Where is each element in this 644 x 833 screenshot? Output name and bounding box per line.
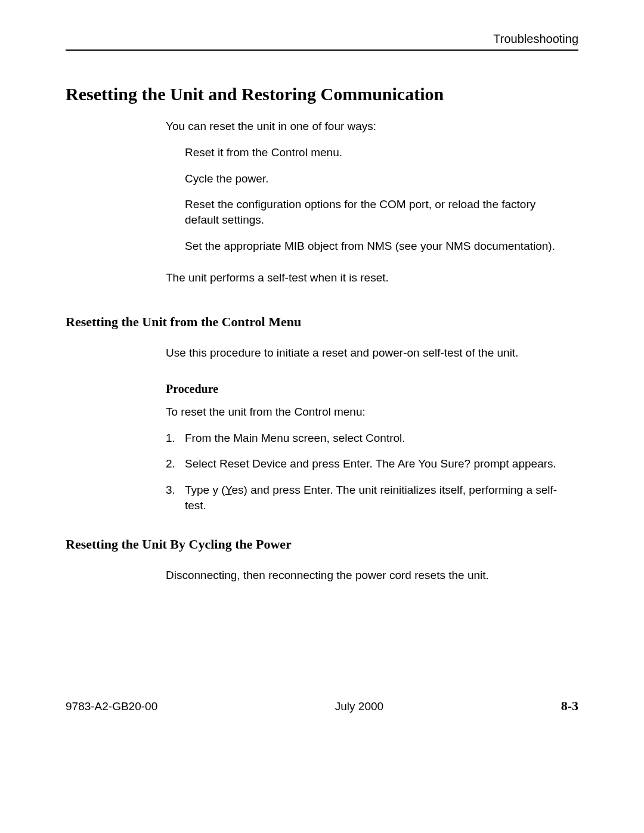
bullet-item: Reset it from the Control menu.: [185, 145, 572, 160]
step-item: 1. From the Main Menu screen, select Con…: [166, 431, 572, 446]
footer-page-number: 8-3: [561, 698, 578, 714]
procedure-heading: Procedure: [166, 382, 578, 396]
step-number: 2.: [166, 456, 185, 472]
step-item: 2. Select Reset Device and press Enter. …: [166, 456, 572, 472]
bullet-list: Reset it from the Control menu. Cycle th…: [185, 145, 572, 253]
section-text: Use this procedure to initiate a reset a…: [166, 345, 578, 361]
section-text: Disconnecting, then reconnecting the pow…: [166, 568, 578, 583]
section-heading: Resetting the Unit By Cycling the Power: [66, 537, 578, 552]
page-title: Resetting the Unit and Restoring Communi…: [66, 84, 578, 104]
header-rule: [66, 49, 578, 51]
step-text: Type y (Yes) and press Enter. The unit r…: [185, 482, 572, 513]
bullet-item: Reset the configuration options for the …: [185, 197, 572, 227]
procedure-intro: To reset the unit from the Control menu:: [166, 405, 578, 419]
intro-text: You can reset the unit in one of four wa…: [166, 120, 578, 133]
page-footer: 9783-A2-GB20-00 July 2000 8-3: [66, 698, 578, 714]
step-text: Select Reset Device and press Enter. The…: [185, 456, 572, 472]
step-number: 1.: [166, 431, 185, 446]
step-item: 3. Type y (Yes) and press Enter. The uni…: [166, 482, 572, 513]
page-content: Troubleshooting Resetting the Unit and R…: [0, 0, 644, 583]
running-header: Troubleshooting: [66, 32, 578, 46]
procedure-steps: 1. From the Main Menu screen, select Con…: [166, 431, 572, 513]
footer-doc-number: 9783-A2-GB20-00: [66, 700, 157, 713]
bullet-item: Set the appropriate MIB object from NMS …: [185, 239, 572, 254]
footer-date: July 2000: [335, 700, 383, 713]
section-heading: Resetting the Unit from the Control Menu: [66, 314, 578, 330]
bullet-item: Cycle the power.: [185, 171, 572, 187]
step-number: 3.: [166, 482, 185, 513]
after-bullets-text: The unit performs a self-test when it is…: [166, 271, 578, 284]
step-text: From the Main Menu screen, select Contro…: [185, 431, 572, 446]
